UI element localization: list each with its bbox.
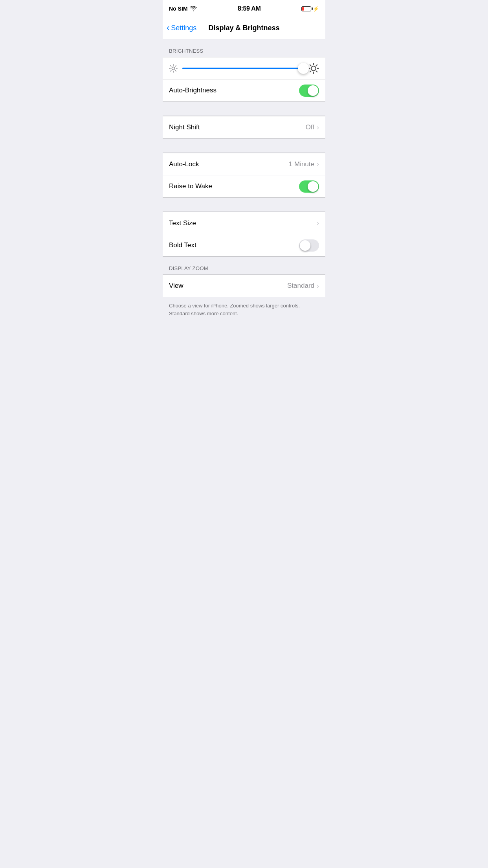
text-size-label: Text Size — [169, 219, 196, 227]
svg-line-16 — [316, 64, 317, 65]
page-title: Display & Brightness — [208, 24, 279, 32]
wifi-icon — [190, 6, 197, 11]
view-right: Standard › — [287, 282, 319, 290]
auto-lock-row[interactable]: Auto-Lock 1 Minute › — [163, 153, 325, 175]
brightness-track[interactable] — [182, 68, 303, 69]
spacer-2 — [163, 139, 325, 153]
brightness-thumb[interactable] — [298, 63, 309, 74]
raise-to-wake-label: Raise to Wake — [169, 182, 212, 190]
charging-bolt-icon: ⚡ — [313, 6, 319, 12]
battery-indicator — [301, 6, 311, 11]
view-chevron-icon: › — [317, 282, 319, 290]
svg-line-14 — [310, 64, 311, 65]
svg-line-6 — [175, 70, 176, 71]
display-zoom-group: View Standard › — [163, 274, 325, 297]
display-zoom-section: DISPLAY ZOOM View Standard › Choose a vi… — [163, 257, 325, 322]
status-left: No SIM — [169, 6, 197, 12]
auto-lock-right: 1 Minute › — [289, 160, 319, 168]
display-zoom-footer: Choose a view for iPhone. Zoomed shows l… — [163, 297, 325, 322]
auto-lock-chevron-icon: › — [317, 160, 319, 168]
text-size-row[interactable]: Text Size › — [163, 212, 325, 234]
night-shift-label: Night Shift — [169, 123, 200, 131]
text-size-chevron-icon: › — [317, 219, 319, 227]
view-label: View — [169, 282, 183, 290]
auto-brightness-row[interactable]: Auto-Brightness — [163, 79, 325, 101]
svg-line-8 — [171, 70, 171, 71]
text-size-right: › — [317, 219, 319, 227]
back-chevron-icon: ‹ — [167, 24, 169, 32]
brightness-slider-row[interactable] — [163, 57, 325, 79]
battery-fill — [302, 7, 304, 11]
carrier-label: No SIM — [169, 6, 187, 12]
bold-text-row[interactable]: Bold Text — [163, 234, 325, 256]
brightness-group: Auto-Brightness — [163, 57, 325, 102]
svg-line-7 — [175, 65, 176, 66]
bold-text-toggle[interactable] — [299, 239, 319, 252]
view-value: Standard — [287, 282, 314, 290]
svg-line-17 — [310, 71, 311, 72]
night-shift-group: Night Shift Off › — [163, 116, 325, 139]
sun-small-icon — [169, 64, 178, 73]
spacer-3 — [163, 198, 325, 212]
svg-point-9 — [311, 66, 316, 71]
raise-to-wake-knob — [308, 181, 318, 192]
night-shift-chevron-icon: › — [317, 123, 319, 132]
raise-to-wake-toggle[interactable] — [299, 180, 319, 193]
status-time: 8:59 AM — [238, 5, 261, 12]
brightness-section: BRIGHTNESS — [163, 39, 325, 102]
brightness-header: BRIGHTNESS — [163, 39, 325, 57]
svg-line-15 — [316, 71, 317, 72]
night-shift-row[interactable]: Night Shift Off › — [163, 116, 325, 138]
text-group: Text Size › Bold Text — [163, 212, 325, 257]
back-button[interactable]: ‹ Settings — [167, 24, 196, 32]
auto-lock-value: 1 Minute — [289, 160, 314, 168]
battery-body — [301, 6, 311, 11]
night-shift-value: Off — [306, 123, 314, 131]
status-bar: No SIM 8:59 AM ⚡ — [163, 0, 325, 17]
svg-point-0 — [172, 67, 174, 70]
bold-text-label: Bold Text — [169, 241, 196, 249]
status-right: ⚡ — [301, 6, 319, 12]
spacer-1 — [163, 102, 325, 116]
auto-lock-label: Auto-Lock — [169, 160, 199, 168]
auto-brightness-label: Auto-Brightness — [169, 86, 216, 94]
sun-large-icon — [308, 63, 319, 74]
display-zoom-header: DISPLAY ZOOM — [163, 257, 325, 274]
back-label: Settings — [171, 24, 196, 32]
nav-bar: ‹ Settings Display & Brightness — [163, 17, 325, 39]
bold-text-knob — [300, 240, 310, 251]
svg-line-5 — [171, 65, 171, 66]
raise-to-wake-row[interactable]: Raise to Wake — [163, 175, 325, 197]
lock-group: Auto-Lock 1 Minute › Raise to Wake — [163, 153, 325, 198]
night-shift-right: Off › — [306, 123, 319, 132]
view-row[interactable]: View Standard › — [163, 275, 325, 297]
auto-brightness-knob — [308, 85, 318, 96]
auto-brightness-toggle[interactable] — [299, 85, 319, 97]
